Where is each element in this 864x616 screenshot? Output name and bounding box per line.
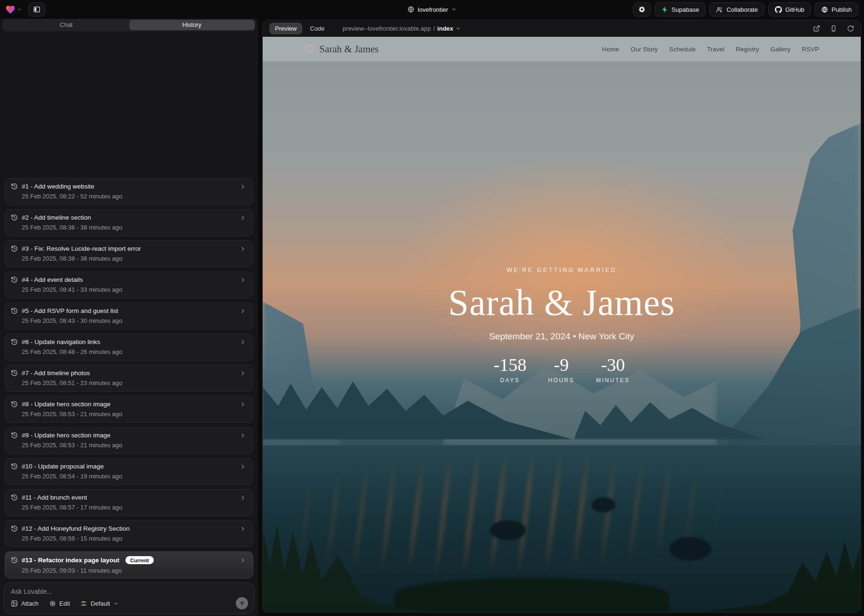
publish-label: Publish <box>831 6 852 13</box>
history-item[interactable]: #3 - Fix: Resolve Lucide-react import er… <box>5 240 253 267</box>
history-item-timestamp: 25 Feb 2025, 08:38 - 36 minutes ago <box>11 255 246 262</box>
history-item[interactable]: #9 - Update hero section image 25 Feb 20… <box>5 427 253 454</box>
countdown-unit: -158 DAYS <box>494 356 527 384</box>
lovable-app: lovefrontier Supabase Collab <box>0 0 864 616</box>
github-label: GitHub <box>785 6 804 13</box>
history-item-title: #9 - Update hero section image <box>22 432 110 439</box>
preview-card: Preview Code preview--lovefrontier.lovab… <box>262 20 861 613</box>
history-item-timestamp: 25 Feb 2025, 08:51 - 23 minutes ago <box>11 379 246 386</box>
send-button[interactable] <box>236 597 248 609</box>
github-button[interactable]: GitHub <box>768 2 811 16</box>
history-item[interactable]: #11 - Add brunch event 25 Feb 2025, 08:5… <box>5 489 253 516</box>
history-item-timestamp: 25 Feb 2025, 08:53 - 21 minutes ago <box>11 442 246 449</box>
tab-code[interactable]: Code <box>304 23 330 34</box>
mobile-view-button[interactable] <box>830 25 837 32</box>
history-item-title: #3 - Fix: Resolve Lucide-react import er… <box>22 245 141 252</box>
site-nav-link[interactable]: Our Story <box>631 46 658 53</box>
lovable-logo-menu[interactable] <box>6 5 22 14</box>
external-link-icon <box>813 25 820 32</box>
sidebar-tabs: Chat History <box>2 19 256 31</box>
chevron-right-icon <box>240 401 246 408</box>
image-icon <box>11 600 18 607</box>
supabase-bolt-icon <box>661 6 668 13</box>
supabase-button[interactable]: Supabase <box>655 2 706 16</box>
chevron-right-icon <box>240 277 246 283</box>
chevron-right-icon <box>240 308 246 314</box>
history-item-timestamp: 25 Feb 2025, 08:36 - 38 minutes ago <box>11 224 246 231</box>
chevron-down-icon <box>113 601 118 606</box>
site-nav: Home Our Story Schedule Travel Registry … <box>602 46 819 53</box>
history-icon <box>11 276 18 283</box>
refresh-icon <box>847 25 854 32</box>
history-item[interactable]: #1 - Add wedding website 25 Feb 2025, 08… <box>5 178 253 205</box>
preview-url-host: preview--lovefrontier.lovable.app <box>342 25 431 32</box>
countdown-unit: -9 HOURS <box>548 356 574 384</box>
target-icon <box>49 600 56 607</box>
collaborate-button[interactable]: Collaborate <box>709 2 764 16</box>
attach-button[interactable]: Attach <box>11 600 39 607</box>
history-icon <box>11 370 18 377</box>
history-item-timestamp: 25 Feb 2025, 08:54 - 19 minutes ago <box>11 473 246 480</box>
history-item-title: #12 - Add Honeyfund Registry Section <box>22 525 130 532</box>
history-item-timestamp: 25 Feb 2025, 08:48 - 26 minutes ago <box>11 348 246 355</box>
settings-button[interactable] <box>633 2 651 16</box>
history-item-title: #1 - Add wedding website <box>22 183 94 190</box>
preview-url[interactable]: preview--lovefrontier.lovable.app / inde… <box>342 25 461 32</box>
history-item-timestamp: 25 Feb 2025, 08:53 - 21 minutes ago <box>11 411 246 418</box>
chevron-right-icon <box>240 214 246 221</box>
chevron-down-icon <box>451 7 457 12</box>
history-item[interactable]: #10 - Update proposal image 25 Feb 2025,… <box>5 458 253 485</box>
project-switcher[interactable]: lovefrontier <box>407 6 457 13</box>
mode-label: Default <box>91 600 110 607</box>
history-item[interactable]: #4 - Add event details 25 Feb 2025, 08:4… <box>5 271 253 298</box>
history-item[interactable]: #2 - Add timeline section 25 Feb 2025, 0… <box>5 209 253 236</box>
hero-section: WE'RE GETTING MARRIED Sarah & James Sept… <box>263 267 861 384</box>
globe-icon <box>407 6 415 13</box>
history-icon <box>11 494 18 501</box>
tab-chat[interactable]: Chat <box>3 20 129 30</box>
history-item[interactable]: #6 - Update navigation links 25 Feb 2025… <box>5 334 253 361</box>
globe-icon <box>821 6 828 13</box>
history-item-title: #2 - Add timeline section <box>22 214 91 221</box>
history-icon <box>11 214 18 221</box>
site-nav-link[interactable]: Registry <box>736 46 759 53</box>
chevron-right-icon <box>240 463 246 470</box>
site-nav-link[interactable]: Gallery <box>770 46 790 53</box>
gear-icon <box>638 6 646 13</box>
countdown-value: -158 <box>494 356 527 374</box>
publish-button[interactable]: Publish <box>814 2 858 16</box>
history-item-title: #10 - Update proposal image <box>22 463 104 470</box>
lovable-heart-logo-icon <box>6 5 15 14</box>
users-icon <box>716 6 723 13</box>
history-item[interactable]: #8 - Update hero section image 25 Feb 20… <box>5 396 253 423</box>
site-nav-link[interactable]: Home <box>602 46 619 53</box>
tab-history[interactable]: History <box>129 20 255 30</box>
refresh-button[interactable] <box>847 25 854 32</box>
mode-select[interactable]: Default <box>80 600 118 607</box>
topbar: lovefrontier Supabase Collab <box>0 0 864 19</box>
history-item[interactable]: #12 - Add Honeyfund Registry Section 25 … <box>5 520 253 547</box>
chevron-right-icon <box>240 370 246 377</box>
site-nav-link[interactable]: RSVP <box>802 46 819 53</box>
countdown-label: MINUTES <box>596 377 630 384</box>
countdown-label: DAYS <box>494 377 527 384</box>
preview-url-separator: / <box>433 25 435 32</box>
site-brand[interactable]: Sarah & James <box>304 43 379 55</box>
tab-preview[interactable]: Preview <box>269 23 302 34</box>
history-item[interactable]: #7 - Add timeline photos 25 Feb 2025, 08… <box>5 365 253 392</box>
toggle-sidebar-button[interactable] <box>28 2 45 16</box>
history-icon <box>11 401 18 408</box>
hero-title: Sarah & James <box>263 281 861 324</box>
history-item[interactable]: #5 - Add RSVP form and guest list 25 Feb… <box>5 303 253 329</box>
history-list: #1 - Add wedding website 25 Feb 2025, 08… <box>0 178 258 583</box>
chevron-right-icon <box>240 557 246 564</box>
site-nav-link[interactable]: Travel <box>707 46 724 53</box>
edit-button[interactable]: Edit <box>49 600 70 607</box>
prompt-input[interactable] <box>11 588 248 596</box>
preview-url-page: index <box>437 25 453 32</box>
open-external-button[interactable] <box>813 25 820 32</box>
history-item[interactable]: #13 - Refactor index page layout Current… <box>5 551 253 578</box>
history-icon <box>11 338 18 345</box>
site-nav-link[interactable]: Schedule <box>669 46 696 53</box>
history-icon <box>11 183 18 190</box>
